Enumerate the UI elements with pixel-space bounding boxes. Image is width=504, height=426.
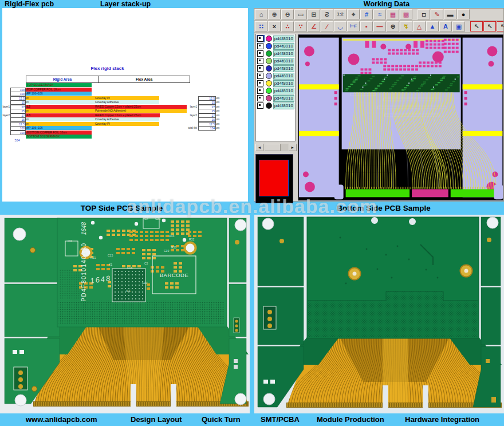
layer-color-swatch[interactable] — [266, 36, 272, 42]
unit-label: um — [216, 100, 219, 104]
layer-color-swatch[interactable] — [266, 65, 272, 72]
layer-visibility-checkbox[interactable] — [257, 80, 265, 87]
stackup-layer-bar: Polyimide(NO Adhesive) — [26, 109, 187, 113]
toolbar-button[interactable]: ▲ — [426, 21, 439, 31]
page: Rigid-Flex pcb Layer stack-up Working Da… — [0, 0, 504, 426]
layer-row[interactable]: pd4f8010 — [257, 50, 294, 57]
stackup-left-thickness: 100 — [10, 131, 26, 135]
toolbar-button[interactable]: ⊕ — [387, 21, 399, 31]
overview-extent[interactable] — [259, 160, 289, 196]
footer-item: Design Layout — [131, 413, 182, 426]
toolbar-button[interactable]: ⌂ — [255, 9, 267, 19]
stackup-layer-label: TOP COPPER FOIL 18um — [27, 88, 61, 92]
toolbar-button[interactable]: △ — [413, 21, 426, 31]
toolbar-button[interactable]: ◘ — [418, 9, 430, 19]
layer-visibility-checkbox[interactable] — [257, 72, 265, 80]
toolbar-button[interactable]: ▭ — [294, 9, 307, 19]
toolbar-button[interactable]: ● — [457, 9, 470, 19]
toolbar-button[interactable]: ∠ — [308, 21, 320, 31]
layer-visibility-checkbox[interactable] — [257, 57, 265, 65]
toolbar-button[interactable]: ∷ — [255, 21, 267, 31]
toolbar-button[interactable]: ◡ — [334, 21, 346, 31]
toolbar-button[interactable]: ▦ — [387, 9, 399, 19]
toolbar-button[interactable]: ⊕ — [268, 9, 281, 19]
stackup-right-total: 134 — [198, 126, 216, 131]
toolbar-button[interactable]: ↖ — [497, 21, 503, 31]
cad-window: ⌂⊕⊖▭⊞Ƨ1:2⌖#≈▦▩◘✎▬● ∷×∴∵∠∕◡⊢F▪—⊕↯△▲A▣↖↖↖▢… — [254, 8, 504, 202]
layer-row[interactable]: pd4f8010 — [257, 94, 294, 102]
layer-color-swatch[interactable] — [266, 102, 272, 109]
layer-color-swatch[interactable] — [266, 50, 272, 57]
layer-color-swatch[interactable] — [266, 95, 272, 101]
unit-label: um — [25, 96, 29, 100]
toolbar-button[interactable]: 1:2 — [334, 9, 346, 19]
scroll-thumb[interactable] — [265, 144, 281, 151]
layer-color-swatch[interactable] — [266, 58, 272, 64]
layer-visibility-checkbox[interactable] — [257, 50, 265, 57]
toolbar-button[interactable]: A — [439, 21, 452, 31]
layer-row[interactable]: pd4f8010 — [257, 35, 294, 42]
layer-name: pd4f8010 — [273, 80, 294, 87]
toolbar-button[interactable]: ∴ — [281, 21, 294, 31]
toolbar-button[interactable]: ⌖ — [347, 9, 360, 19]
unit-label: um — [216, 117, 219, 121]
layer-visibility-checkbox[interactable] — [257, 42, 265, 50]
layer-row[interactable]: pd4f8010 — [257, 72, 294, 80]
layer-visibility-checkbox[interactable] — [257, 35, 265, 42]
layer-color-swatch[interactable] — [266, 88, 272, 94]
toolbar-button[interactable]: ⊖ — [281, 9, 294, 19]
layer-color-swatch[interactable] — [266, 73, 272, 79]
section-title-working-data: Working Data — [321, 0, 452, 8]
layer-row[interactable]: pd4f8010 — [257, 57, 294, 65]
toolbar-button[interactable]: × — [268, 21, 281, 31]
stackup-layer-bar: Coverlay Adhesive — [26, 117, 159, 121]
toolbar-button[interactable]: — — [373, 21, 386, 31]
unit-label: um — [25, 117, 29, 121]
layer-row[interactable]: pd4f8010 — [257, 87, 294, 94]
stackup-layer-label: PP 106+106 — [27, 92, 43, 96]
layer-visibility-checkbox[interactable] — [257, 65, 265, 72]
stackup-title: Flex rigid stack — [26, 66, 189, 71]
layer-name: pd4f8010 — [273, 102, 294, 109]
layer-visibility-checkbox[interactable] — [257, 102, 265, 109]
layer-row[interactable]: pd4f8010 — [257, 102, 294, 109]
top-side-photo: BARCODEPD4F80101401A016481648IC2IC4C20R3… — [0, 215, 250, 413]
layer-color-swatch[interactable] — [266, 43, 272, 49]
layer-row[interactable]: pd4f8010 — [257, 65, 294, 72]
layer-name: pd4f8010 — [273, 43, 294, 50]
toolbar-button[interactable]: ≈ — [373, 9, 386, 19]
layer-row[interactable]: pd4f8010 — [257, 42, 294, 50]
toolbar-button[interactable]: ∵ — [294, 21, 307, 31]
toolbar-button[interactable]: ✎ — [431, 9, 443, 19]
cad-toolbar-2: ∷×∴∵∠∕◡⊢F▪—⊕↯△▲A▣↖↖↖▢ — [254, 21, 503, 33]
toolbar-button[interactable]: ∕ — [321, 21, 333, 31]
layer-visibility-checkbox[interactable] — [257, 94, 265, 102]
cad-sidebar: pd4f8010pd4f8010pd4f8010pd4f8010pd4f8010… — [254, 33, 298, 201]
ref-designator: R30 — [171, 246, 176, 249]
scroll-left-icon[interactable]: ◄ — [255, 144, 263, 151]
layer-visibility-checkbox[interactable] — [257, 87, 265, 94]
cad-canvas[interactable] — [298, 34, 503, 201]
scroll-right-icon[interactable]: ► — [289, 144, 297, 151]
unit-label: um — [216, 105, 219, 109]
stackup-layer-bar: L3RA/ED Copper:12um + plated:25um — [26, 113, 160, 117]
toolbar-button[interactable]: ⊢F — [347, 21, 360, 31]
toolbar-button[interactable]: Ƨ — [321, 9, 333, 19]
unit-label: um — [216, 109, 219, 113]
toolbar-button[interactable]: ↯ — [400, 21, 412, 31]
toolbar-button[interactable]: ▣ — [452, 21, 465, 31]
toolbar-button[interactable]: ↖ — [470, 21, 483, 31]
toolbar-button[interactable]: ▩ — [400, 9, 412, 19]
toolbar-button[interactable]: ▪ — [360, 21, 373, 31]
layer-row[interactable]: pd4f8010 — [257, 80, 294, 87]
stackup-col-flex: Flex Area — [98, 76, 190, 83]
layer-name: pd4f8010 — [273, 58, 294, 65]
layers-hscrollbar[interactable]: ◄ ► — [255, 144, 297, 151]
toolbar-button[interactable]: ▬ — [444, 9, 456, 19]
stackup-layer-label: Coverlay PI — [95, 122, 110, 126]
toolbar-button[interactable]: ⊞ — [308, 9, 320, 19]
ref-designator: C3 — [144, 262, 148, 265]
layer-color-swatch[interactable] — [266, 80, 272, 86]
toolbar-button[interactable]: # — [360, 9, 373, 19]
toolbar-button[interactable]: ↖ — [483, 21, 496, 31]
